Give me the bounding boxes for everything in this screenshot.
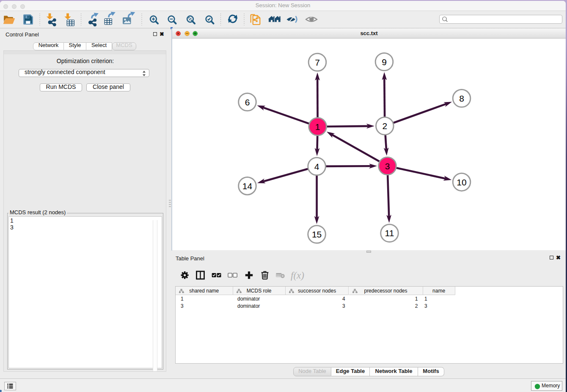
svg-text:11: 11: [385, 228, 394, 238]
svg-text:8: 8: [459, 94, 464, 103]
svg-text:9: 9: [382, 57, 387, 67]
svg-text:7: 7: [315, 58, 320, 67]
svg-text:6: 6: [245, 97, 250, 107]
svg-text:14: 14: [242, 181, 253, 191]
svg-text:3: 3: [385, 161, 390, 171]
svg-text:4: 4: [314, 162, 319, 171]
svg-text:2: 2: [382, 121, 387, 131]
svg-text:1: 1: [315, 122, 320, 132]
svg-text:f(x): f(x): [291, 270, 304, 281]
svg-text:10: 10: [457, 177, 466, 187]
svg-text:15: 15: [312, 229, 322, 239]
